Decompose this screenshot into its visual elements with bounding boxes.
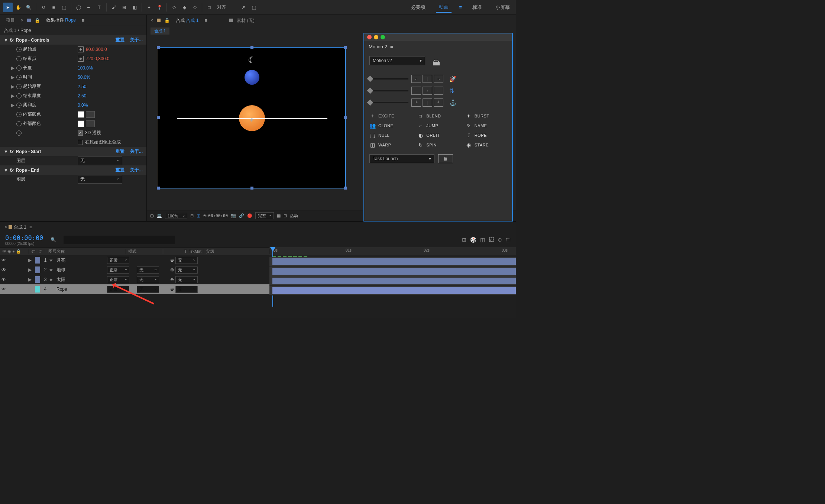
misc-tool-1[interactable]: ◇ <box>169 3 179 12</box>
motion-action-spin[interactable]: ↻SPIN <box>417 142 459 148</box>
anchor-bl[interactable]: └ <box>411 98 421 107</box>
stopwatch-icon[interactable] <box>16 47 22 52</box>
stamp-tool[interactable]: ⊞ <box>119 3 129 12</box>
display-icon[interactable]: 🖵 <box>150 214 154 218</box>
trkmat-dropdown[interactable]: 无 <box>137 276 159 283</box>
link-icon[interactable]: 🔗 <box>239 213 244 218</box>
layer-dropdown[interactable]: 无 <box>78 156 122 165</box>
mode-dropdown[interactable]: 正常 <box>107 257 129 264</box>
motion-version-dropdown[interactable]: Motion v2▾ <box>369 56 425 65</box>
mountains-icon[interactable]: 🏔 <box>433 59 440 67</box>
stopwatch-icon[interactable] <box>16 65 22 71</box>
slider-2[interactable] <box>369 90 408 91</box>
tl-icon-3[interactable]: ◫ <box>480 237 485 243</box>
stopwatch-icon[interactable] <box>16 112 22 117</box>
layer-bar[interactable] <box>272 258 516 265</box>
close-button[interactable] <box>367 35 372 39</box>
stopwatch-icon[interactable] <box>16 93 22 98</box>
motion-action-rope[interactable]: ⤴ROPE <box>466 132 507 139</box>
layer-bar[interactable] <box>272 268 516 275</box>
eyedropper-button[interactable] <box>86 111 95 118</box>
tl-icon-1[interactable]: ⊞ <box>462 237 466 243</box>
zoom-dropdown[interactable]: 100% <box>165 213 187 219</box>
layer-color[interactable] <box>35 257 40 264</box>
display-icon-2[interactable]: 💻 <box>157 213 162 218</box>
anchor-tc[interactable]: │ <box>423 75 432 83</box>
inner-color-swatch[interactable] <box>78 111 84 118</box>
visibility-toggle[interactable]: 👁 <box>0 258 7 263</box>
zoom-tool[interactable]: 🔍 <box>24 3 33 12</box>
anchor-icon[interactable]: ⚓ <box>449 99 457 106</box>
crosshair-button[interactable]: ⊕ <box>78 56 84 62</box>
camera-tool[interactable]: ■ <box>49 3 58 12</box>
anchor-point-icon[interactable]: ◈ <box>250 116 254 122</box>
length-value[interactable]: 100.0% <box>78 65 93 71</box>
misc-tool-4[interactable]: ↗ <box>239 3 248 12</box>
grid-icon[interactable]: ⊞ <box>190 213 194 218</box>
rocket-icon[interactable]: 🚀 <box>449 75 457 83</box>
fx-header-rope-start[interactable]: ▼fx Rope - Start 重置 关于... <box>0 147 146 156</box>
stopwatch-icon[interactable] <box>16 130 22 136</box>
3d-perspective-checkbox[interactable]: ✓ <box>78 130 83 136</box>
layer-color[interactable] <box>35 266 40 273</box>
motion-action-blend[interactable]: ≋BLEND <box>417 113 459 119</box>
ws-tab-small[interactable]: 小屏幕 <box>492 3 513 12</box>
colors-icon[interactable]: 🔴 <box>247 213 252 218</box>
end-thickness-value[interactable]: 2.50 <box>78 93 86 98</box>
layer-color[interactable] <box>35 286 40 293</box>
motion-action-burst[interactable]: ✦BURST <box>466 113 507 119</box>
timeline-layer[interactable]: 👁 ▶ 3 ★ 太阳 正常 无 ⊚无 <box>0 275 269 284</box>
timecode-display[interactable]: 0:00:00:00 <box>203 213 228 218</box>
stopwatch-icon[interactable] <box>16 103 22 108</box>
trash-button[interactable]: 🗑 <box>438 154 453 163</box>
layer-bar[interactable] <box>272 287 516 294</box>
eraser-tool[interactable]: ◧ <box>130 3 139 12</box>
pen-tool[interactable]: ✒ <box>84 3 94 12</box>
mask-icon[interactable]: ◫ <box>197 213 200 218</box>
reset-button[interactable]: 重置 <box>116 167 124 173</box>
lock-icon[interactable]: 🔒 <box>164 18 170 23</box>
crosshair-button[interactable]: ⊕ <box>78 46 84 52</box>
view-label[interactable]: 活动 <box>290 213 298 219</box>
snap-toggle[interactable]: □ <box>204 3 214 12</box>
reset-button[interactable]: 重置 <box>116 148 124 155</box>
anchor-tr[interactable]: ¬ <box>434 75 443 83</box>
panel-menu-icon[interactable]: ≡ <box>29 224 32 230</box>
fx-header-rope-end[interactable]: ▼fx Rope - End 重置 关于... <box>0 165 146 175</box>
parent-dropdown[interactable]: 无 <box>175 266 198 274</box>
task-launch-dropdown[interactable]: Task Launch▾ <box>369 154 434 163</box>
panel-menu-icon[interactable]: ≡ <box>390 44 393 49</box>
anchor-bc[interactable]: │ <box>423 98 432 107</box>
trkmat-dropdown[interactable]: 无 <box>137 286 159 293</box>
puppet-tool[interactable]: 📍 <box>155 3 164 12</box>
motion-action-excite[interactable]: ＋EXCITE <box>369 113 411 119</box>
motion-action-name[interactable]: ✎NAME <box>466 122 507 129</box>
pickwhip-icon[interactable]: ⊚ <box>170 267 174 272</box>
tl-icon-2[interactable]: 🎲 <box>470 237 476 243</box>
timeline-ruler[interactable]: )0s 01s 02s 03s <box>269 247 516 255</box>
softness-value[interactable]: 0.0% <box>78 103 88 108</box>
anchor-br[interactable]: ┘ <box>434 98 443 107</box>
misc-tool-3[interactable]: ◇ <box>190 3 200 12</box>
tl-icon-5[interactable]: ⊙ <box>498 237 502 243</box>
quality-dropdown[interactable]: 完整 <box>255 212 274 219</box>
layer-dropdown[interactable]: 无 <box>78 175 122 184</box>
anchor-mc[interactable]: ▫ <box>423 87 432 95</box>
about-link[interactable]: 关于... <box>130 148 143 155</box>
minimize-button[interactable] <box>374 35 378 39</box>
timeline-layer[interactable]: 👁 ▶ 4 ★ Rope 正常 无 ⊚无 <box>0 284 269 294</box>
motion-action-warp[interactable]: ◫WARP <box>369 142 411 148</box>
visibility-toggle[interactable]: 👁 <box>0 287 7 292</box>
roto-tool[interactable]: ✦ <box>144 3 154 12</box>
panel-menu-icon[interactable]: ≡ <box>204 18 207 23</box>
anchor-ml[interactable]: ─ <box>411 87 421 95</box>
composite-checkbox[interactable] <box>78 140 83 145</box>
outer-color-swatch[interactable] <box>78 120 84 127</box>
time-value[interactable]: 50.0% <box>78 75 90 80</box>
tl-icon-6[interactable]: ⬚ <box>506 237 511 243</box>
ws-tab-standard[interactable]: 标准 <box>469 3 485 12</box>
panel-menu-icon[interactable]: ≡ <box>82 18 84 23</box>
lock-icon[interactable]: 🔒 <box>35 18 40 23</box>
brush-tool[interactable]: 🖌 <box>109 3 119 12</box>
eyedropper-button[interactable] <box>86 120 95 127</box>
